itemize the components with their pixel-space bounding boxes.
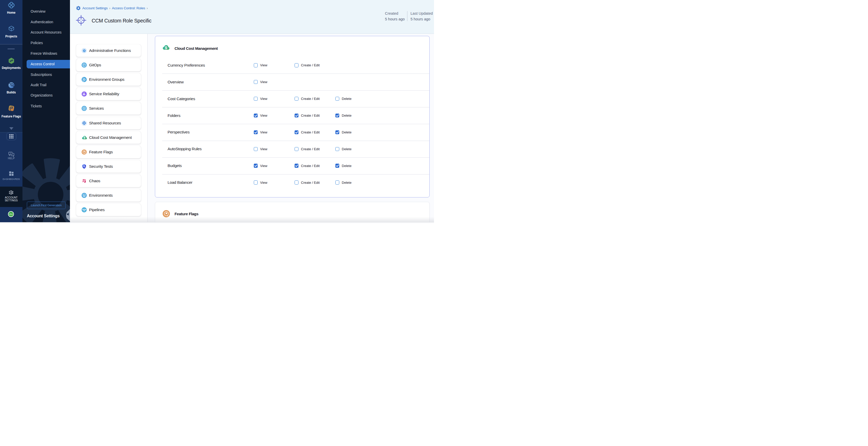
svg-text:?: ? xyxy=(10,152,11,155)
svg-text:$: $ xyxy=(84,136,85,139)
svg-text:$: $ xyxy=(165,45,167,50)
